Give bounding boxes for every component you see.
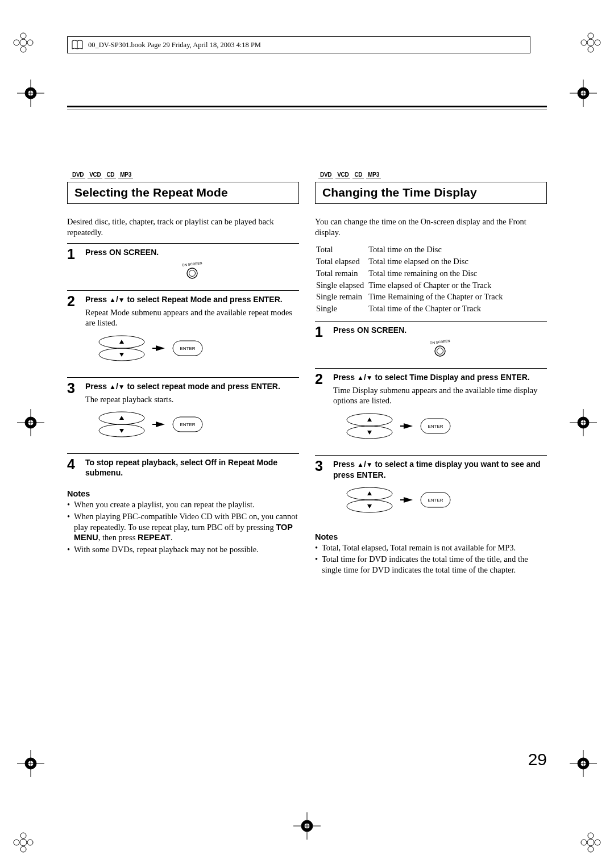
divider-thick [67,106,547,107]
svg-point-50 [187,268,197,278]
step-number: 1 [315,325,327,362]
step-title: Press ▲/▼ to select a time display you w… [333,459,547,480]
table-row: Single remainTime Remaining of the Chapt… [316,291,503,302]
svg-point-6 [588,33,594,39]
registration-mark-icon [17,750,44,777]
svg-marker-79 [367,504,372,508]
svg-point-19 [595,840,600,845]
svg-text:ENTER: ENTER [428,424,443,429]
svg-text:ON SCREEN: ON SCREEN [430,340,450,345]
notes-heading: Notes [315,532,547,541]
svg-marker-60 [119,416,124,420]
corner-flower-icon [576,828,605,857]
svg-point-11 [20,833,26,838]
svg-point-15 [587,839,594,846]
svg-marker-55 [119,353,124,357]
registration-mark-icon [17,80,44,107]
svg-marker-53 [119,340,124,344]
svg-text:ON SCREEN: ON SCREEN [182,261,202,267]
step-title: Press ▲/▼ to select Time Display and pre… [333,372,547,383]
section-title-box: Changing the Time Display [315,182,547,204]
page-content: 00_DV-SP301.book Page 29 Friday, April 1… [67,36,547,832]
onscreen-button-icon: ON SCREEN [85,261,299,282]
svg-point-12 [20,846,26,852]
notes-list: Total, Total elapsed, Total remain is no… [315,542,547,575]
note-item: When playing PBC-compatible Video CD wit… [74,511,299,543]
section-title: Changing the Time Display [322,186,540,199]
svg-point-16 [588,833,594,838]
step-title: To stop repeat playback, select Off in R… [85,457,299,478]
format-badges: DVD VCD CD MP3 [70,172,299,178]
svg-point-51 [189,270,196,277]
updown-enter-icon: ENTER [341,485,547,518]
intro-text: Desired disc, title, chapter, track or p… [67,216,299,237]
svg-point-10 [20,839,27,846]
svg-point-5 [587,39,594,46]
table-row: Total remainTotal time remaining on the … [316,268,503,279]
badge-cd: CD [352,172,364,178]
step: 3 Press ▲/▼ to select a time display you… [315,455,547,523]
table-row: SingleTotal time of the Chapter or Track [316,303,503,314]
registration-mark-icon [17,409,44,436]
step-title: Press ▲/▼ to select repeat mode and pres… [85,381,299,392]
badge-vcd: VCD [88,172,102,178]
svg-marker-56 [152,345,165,351]
svg-point-0 [20,39,27,46]
header-box: 00_DV-SP301.book Page 29 Friday, April 1… [67,36,530,53]
book-icon [71,39,84,51]
corner-flower-icon [9,28,38,57]
step: 1 Press ON SCREEN. ON SCREEN [315,321,547,362]
badge-mp3: MP3 [118,172,133,178]
badge-mp3: MP3 [366,172,381,178]
section-title-box: Selecting the Repeat Mode [67,182,299,204]
step-title: Press ON SCREEN. [85,247,299,257]
updown-enter-icon: ENTER [93,333,299,366]
svg-point-9 [595,40,600,45]
step-text: Time Display submenu appears and the ava… [333,385,547,406]
updown-enter-icon: ENTER [341,411,547,444]
svg-point-67 [435,346,445,356]
note-item: With some DVDs, repeat playback may not … [74,544,299,555]
svg-text:ENTER: ENTER [428,498,443,503]
registration-mark-icon [570,409,597,436]
step: 1 Press ON SCREEN. ON SCREEN [67,243,299,285]
svg-point-8 [581,40,587,45]
page-number: 29 [528,750,547,769]
step-number: 1 [67,247,80,285]
intro-text: You can change the time on the On-screen… [315,216,547,237]
svg-text:ENTER: ENTER [180,422,195,427]
step-number: 3 [67,381,80,448]
registration-mark-icon [570,80,597,107]
svg-marker-72 [367,431,372,435]
svg-marker-77 [367,491,372,495]
onscreen-button-icon: ON SCREEN [333,339,547,360]
step: 4 To stop repeat playback, select Off in… [67,453,299,480]
notes-heading: Notes [67,489,299,498]
step: 2 Press ▲/▼ to select Time Display and p… [315,368,547,449]
step: 3 Press ▲/▼ to select repeat mode and pr… [67,377,299,448]
svg-point-3 [14,40,19,45]
note-item: Total, Total elapsed, Total remain is no… [322,542,547,553]
corner-flower-icon [576,28,605,57]
left-column: DVD VCD CD MP3 Selecting the Repeat Mode… [67,172,299,576]
svg-point-4 [27,40,33,45]
svg-marker-63 [152,422,165,427]
badge-dvd: DVD [318,172,333,178]
right-column: DVD VCD CD MP3 Changing the Time Display… [315,172,547,576]
note-item: When you create a playlist, you can repe… [74,499,299,510]
divider-thin [67,110,547,110]
format-badges: DVD VCD CD MP3 [318,172,547,178]
section-title: Selecting the Repeat Mode [74,186,292,199]
svg-marker-73 [400,423,413,429]
table-row: Total elapsedTotal time elapsed on the D… [316,256,503,267]
step-text: The repeat playback starts. [85,394,299,405]
badge-cd: CD [105,172,116,178]
step-title: Press ▲/▼ to select Repeat Mode and pres… [85,294,299,305]
step-number: 4 [67,457,80,480]
svg-text:ENTER: ENTER [180,346,195,351]
step-number: 2 [67,294,80,372]
svg-point-68 [437,348,443,354]
svg-point-14 [27,840,33,845]
svg-point-1 [20,33,26,39]
step-number: 3 [315,459,327,523]
